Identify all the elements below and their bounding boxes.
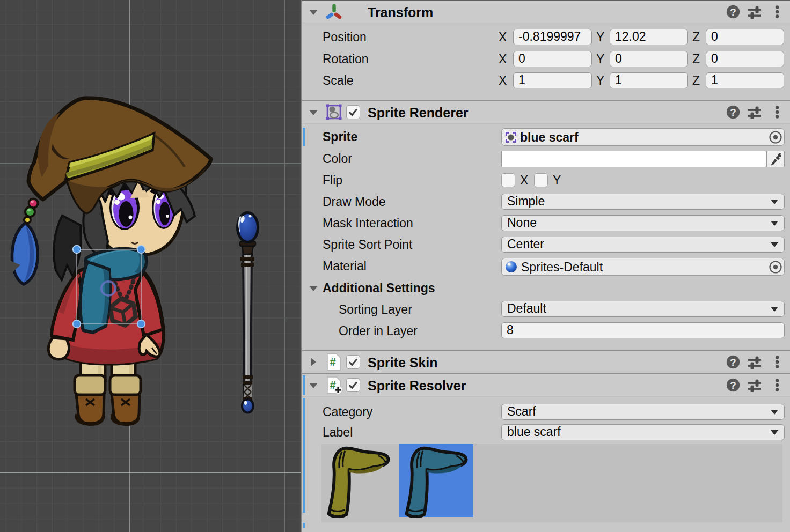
svg-text:?: ? xyxy=(730,357,736,368)
svg-text:#: # xyxy=(330,356,335,368)
svg-text:?: ? xyxy=(730,380,736,391)
svg-text:?: ? xyxy=(730,107,736,118)
svg-text:?: ? xyxy=(730,6,736,18)
